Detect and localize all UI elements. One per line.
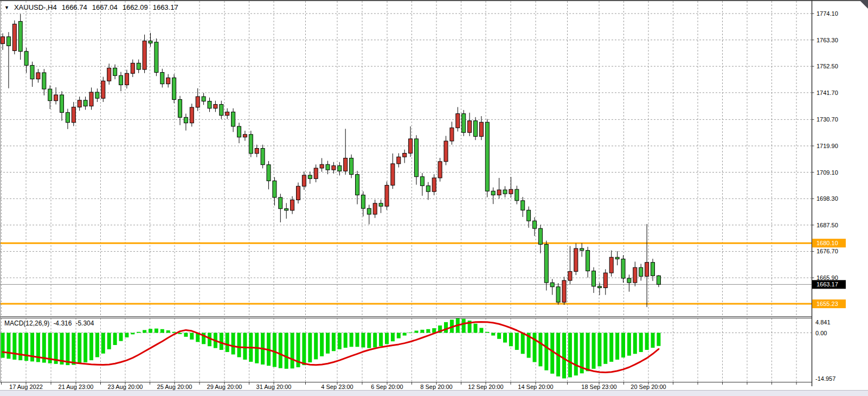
macd-name: MACD(12,26,9) xyxy=(4,320,49,327)
candle-bear xyxy=(415,139,419,177)
candle-bull xyxy=(438,162,442,178)
candle-bull xyxy=(190,107,194,123)
candle-bear xyxy=(7,37,10,46)
candle-bear xyxy=(544,244,548,283)
candle-bear xyxy=(220,104,223,115)
chart-canvas[interactable]: 1774.101763.301752.501741.701730.701719.… xyxy=(0,0,868,396)
candle-bear xyxy=(24,52,28,66)
macd-histogram-bar xyxy=(544,333,548,371)
candle-bear xyxy=(42,73,46,89)
candle-bear xyxy=(155,42,158,73)
macd-histogram-bar xyxy=(332,333,336,352)
macd-histogram-bar xyxy=(462,319,466,333)
candle-bear xyxy=(627,278,631,283)
candle-bear xyxy=(491,191,495,195)
candle-bull xyxy=(214,104,217,108)
candle-bull xyxy=(497,190,501,195)
candle-bear xyxy=(48,89,52,101)
candle-bull xyxy=(226,112,229,115)
macd-histogram-bar xyxy=(119,333,123,341)
candle-bear xyxy=(550,283,554,287)
candle-bear xyxy=(285,209,288,210)
macd-histogram-bar xyxy=(385,333,389,344)
candle-bear xyxy=(60,95,64,112)
candle-bull xyxy=(131,63,134,73)
macd-histogram-bar xyxy=(184,333,188,337)
macd-histogram-bar xyxy=(149,329,152,333)
macd-histogram-bar xyxy=(420,330,424,333)
macd-histogram-bar xyxy=(621,333,625,358)
candle-bear xyxy=(420,177,424,186)
macd-histogram-bar xyxy=(562,333,566,379)
candle-bull xyxy=(409,139,413,154)
candle-bear xyxy=(338,165,342,171)
candle-bear xyxy=(30,65,34,79)
candle-bear xyxy=(651,263,655,276)
macd-indicator-label: MACD(12,26,9) -4.316 -5.304 xyxy=(4,320,94,327)
macd-histogram-bar xyxy=(597,333,601,367)
candle-bull xyxy=(479,122,483,136)
macd-histogram-bar xyxy=(125,333,128,337)
macd-histogram-bar xyxy=(615,333,619,360)
candle-bear xyxy=(474,121,478,137)
macd-histogram-bar xyxy=(409,333,413,333)
candle-bear xyxy=(326,164,330,170)
macd-histogram-bar xyxy=(361,333,365,348)
candle-bear xyxy=(232,112,235,126)
candle-bull xyxy=(143,41,146,69)
macd-histogram-bar xyxy=(220,333,223,350)
open-value: 1666.74 xyxy=(62,3,87,11)
macd-histogram-bar xyxy=(12,333,16,360)
macd-histogram-bar xyxy=(279,333,282,368)
candle-bear xyxy=(538,228,542,244)
macd-histogram-bar xyxy=(113,333,117,345)
candle-bear xyxy=(503,190,507,194)
candle-bull xyxy=(403,153,407,157)
macd-histogram-bar xyxy=(24,333,28,361)
macd-histogram-bar xyxy=(356,333,359,347)
candle-bull xyxy=(314,168,318,178)
candle-bull xyxy=(568,271,572,280)
macd-histogram-bar xyxy=(89,333,93,361)
candle-bull xyxy=(78,100,81,107)
candle-bull xyxy=(166,78,170,84)
candle-bear xyxy=(184,117,188,123)
macd-histogram-bar xyxy=(479,328,483,333)
candle-bear xyxy=(261,148,265,164)
candle-bull xyxy=(332,165,336,170)
candle-bear xyxy=(639,267,643,276)
macd-histogram-bar xyxy=(592,333,596,369)
macd-histogram-bar xyxy=(497,333,501,339)
macd-histogram-bar xyxy=(609,333,613,362)
candle-bull xyxy=(243,135,247,137)
candle-bull xyxy=(291,200,294,210)
macd-histogram-bar xyxy=(373,333,377,348)
candle-bull xyxy=(633,267,637,283)
macd-histogram-bar xyxy=(291,333,294,369)
candle-bull xyxy=(101,81,105,98)
macd-histogram-bar xyxy=(95,333,99,357)
candle-bear xyxy=(515,189,519,201)
candle-bear xyxy=(237,126,241,137)
macd-histogram-bar xyxy=(60,333,64,365)
macd-histogram-bar xyxy=(491,333,495,336)
candle-bear xyxy=(426,186,430,191)
macd-histogram-bar xyxy=(83,333,87,363)
candle-bear xyxy=(356,175,359,195)
low-value: 1662.09 xyxy=(123,3,148,11)
macd-histogram-bar xyxy=(172,332,176,333)
candle-bear xyxy=(83,100,87,106)
symbol-dropdown-icon[interactable]: ▼ xyxy=(4,4,9,10)
window-bottom-strip xyxy=(0,390,868,396)
candle-bear xyxy=(113,68,117,75)
symbol-timeframe-label: XAUUSD-,H4 xyxy=(14,3,57,11)
candle-bear xyxy=(367,208,371,214)
candle-bull xyxy=(12,24,16,50)
candle-bear xyxy=(273,181,277,197)
price-axis[interactable] xyxy=(812,0,868,382)
time-axis[interactable] xyxy=(0,382,812,391)
macd-value: -4.316 xyxy=(53,320,72,327)
candle-bear xyxy=(556,287,560,302)
candle-bull xyxy=(344,158,348,171)
macd-histogram-bar xyxy=(101,333,105,354)
